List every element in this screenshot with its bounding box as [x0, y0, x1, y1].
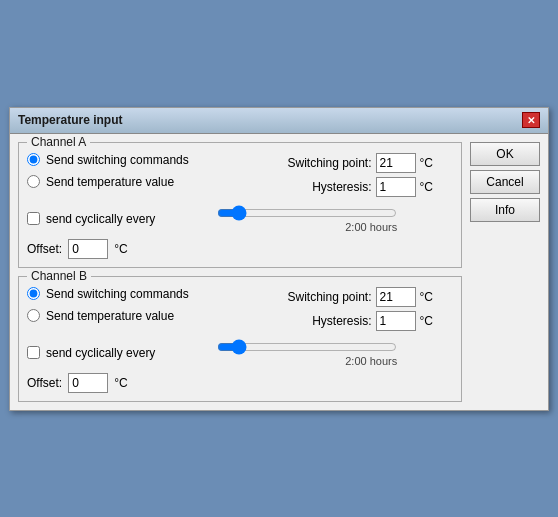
channel-a-offset-label: Offset:	[27, 242, 62, 256]
channel-b-slider-value: 2:00 hours	[217, 355, 397, 367]
channel-b-sp-label: Switching point:	[272, 290, 372, 304]
channel-b-temperature-label: Send temperature value	[46, 309, 174, 323]
channel-a-offset-input[interactable]	[68, 239, 108, 259]
channel-b-hyst-label: Hysteresis:	[272, 314, 372, 328]
channel-a-radio-group: Send switching commands Send temperature…	[27, 153, 189, 189]
channel-b-switching-radio[interactable]	[27, 287, 40, 300]
channel-a-temperature-row: Send temperature value	[27, 175, 189, 189]
window-title: Temperature input	[18, 113, 122, 127]
channel-a-switching-label: Send switching commands	[46, 153, 189, 167]
channel-a-slider-container: 2:00 hours	[161, 205, 453, 233]
channel-b-slider[interactable]	[217, 339, 397, 355]
channel-a-cyclic-checkbox[interactable]	[27, 212, 40, 225]
channel-b-sp-unit: °C	[420, 290, 433, 304]
channel-b-cyclic-label: send cyclically every	[46, 346, 155, 360]
channel-b-offset-label: Offset:	[27, 376, 62, 390]
channel-b-hyst-input[interactable]	[376, 311, 416, 331]
channel-b-hyst-row: Hysteresis: °C	[272, 311, 433, 331]
channel-b-sp-input[interactable]	[376, 287, 416, 307]
channel-a-offset-unit: °C	[114, 242, 127, 256]
channel-b-cyclic-checkbox[interactable]	[27, 346, 40, 359]
channel-a-hyst-label: Hysteresis:	[272, 180, 372, 194]
channel-a-temperature-radio[interactable]	[27, 175, 40, 188]
channel-a-sp-input[interactable]	[376, 153, 416, 173]
channel-a-offset-row: Offset: °C	[27, 239, 453, 259]
channel-b-offset-input[interactable]	[68, 373, 108, 393]
channel-b-switching-label: Send switching commands	[46, 287, 189, 301]
channel-a-content: Send switching commands Send temperature…	[27, 153, 453, 259]
left-panel: Channel A Send switching commands Send t…	[18, 142, 462, 402]
channel-a-temperature-label: Send temperature value	[46, 175, 174, 189]
channel-b-top: Send switching commands Send temperature…	[27, 287, 453, 331]
channel-a-switching-row: Send switching commands	[27, 153, 189, 167]
channel-b-sp-row: Switching point: °C	[272, 287, 433, 307]
main-window: Temperature input ✕ Channel A Send switc…	[9, 107, 549, 411]
info-button[interactable]: Info	[470, 198, 540, 222]
channel-a-slider-value: 2:00 hours	[217, 221, 397, 233]
channel-a-cyclic-label: send cyclically every	[46, 212, 155, 226]
channel-b-offset-row: Offset: °C	[27, 373, 453, 393]
ok-button[interactable]: OK	[470, 142, 540, 166]
channel-a-sp-row: Switching point: °C	[272, 153, 433, 173]
content-area: Channel A Send switching commands Send t…	[10, 134, 548, 410]
channel-b-content: Send switching commands Send temperature…	[27, 287, 453, 393]
channel-a-switching-group: Switching point: °C Hysteresis: °C	[272, 153, 433, 197]
channel-a-hyst-input[interactable]	[376, 177, 416, 197]
cancel-button[interactable]: Cancel	[470, 170, 540, 194]
channel-a-hyst-unit: °C	[420, 180, 433, 194]
close-button[interactable]: ✕	[522, 112, 540, 128]
channel-b-temperature-radio[interactable]	[27, 309, 40, 322]
channel-a-cyclic-row: send cyclically every 2:00 hours	[27, 205, 453, 233]
title-bar: Temperature input ✕	[10, 108, 548, 134]
channel-a-slider[interactable]	[217, 205, 397, 221]
channel-a-top: Send switching commands Send temperature…	[27, 153, 453, 197]
channel-b-temperature-row: Send temperature value	[27, 309, 189, 323]
channel-a-sp-label: Switching point:	[272, 156, 372, 170]
channel-a-title: Channel A	[27, 135, 90, 149]
channel-b-cyclic-row: send cyclically every 2:00 hours	[27, 339, 453, 367]
channel-b-offset-unit: °C	[114, 376, 127, 390]
channel-b-radio-group: Send switching commands Send temperature…	[27, 287, 189, 323]
channel-b-switching-row: Send switching commands	[27, 287, 189, 301]
channel-b-title: Channel B	[27, 269, 91, 283]
channel-b-switching-group: Switching point: °C Hysteresis: °C	[272, 287, 433, 331]
channel-b-slider-container: 2:00 hours	[161, 339, 453, 367]
channel-a-switching-radio[interactable]	[27, 153, 40, 166]
channel-a-hyst-row: Hysteresis: °C	[272, 177, 433, 197]
channel-b-hyst-unit: °C	[420, 314, 433, 328]
channel-b-group: Channel B Send switching commands Send t…	[18, 276, 462, 402]
channel-a-sp-unit: °C	[420, 156, 433, 170]
channel-a-group: Channel A Send switching commands Send t…	[18, 142, 462, 268]
right-panel: OK Cancel Info	[470, 142, 540, 402]
